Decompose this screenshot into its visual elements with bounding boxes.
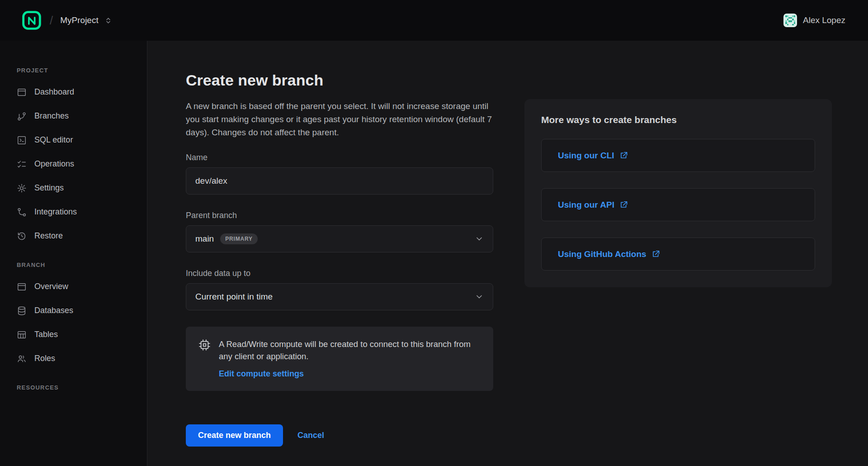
edit-compute-settings-link[interactable]: Edit compute settings xyxy=(219,369,304,379)
compute-info-box: A Read/Write compute will be created to … xyxy=(186,327,493,391)
cpu-icon xyxy=(198,339,211,351)
section-label-project: PROJECT xyxy=(17,67,147,74)
using-api-link: Using our API xyxy=(558,200,614,210)
sidebar-item-branches[interactable]: Branches xyxy=(17,104,147,128)
sidebar-item-dashboard[interactable]: Dashboard xyxy=(17,80,147,104)
user-menu[interactable]: Alex Lopez xyxy=(783,14,845,27)
more-ways-panel: More ways to create branches Using our C… xyxy=(524,99,832,287)
external-link-icon xyxy=(619,200,628,209)
sidebar-item-label: Branches xyxy=(34,111,69,121)
external-link-icon xyxy=(619,151,628,160)
more-ways-title: More ways to create branches xyxy=(541,114,815,125)
sidebar-item-label: Databases xyxy=(34,306,73,315)
primary-badge: PRIMARY xyxy=(220,233,258,244)
sidebar-item-overview[interactable]: Overview xyxy=(17,275,147,299)
create-branch-form: Create new branch A new branch is based … xyxy=(186,71,493,447)
using-api-card[interactable]: Using our API xyxy=(541,188,815,221)
breadcrumb-separator: / xyxy=(50,14,53,28)
external-link-icon xyxy=(651,250,660,258)
section-label-resources: RESOURCES xyxy=(17,384,147,391)
include-data-label: Include data up to xyxy=(186,269,493,278)
users-icon xyxy=(17,354,27,364)
sidebar-item-settings[interactable]: Settings xyxy=(17,176,147,200)
page-title: Create new branch xyxy=(186,71,493,89)
compute-info-content: A Read/Write compute will be created to … xyxy=(219,338,472,379)
user-avatar xyxy=(783,14,797,27)
chevron-down-icon xyxy=(475,234,484,243)
main-content: Create new branch A new branch is based … xyxy=(147,41,868,466)
sidebar-item-integrations[interactable]: Integrations xyxy=(17,200,147,224)
sidebar-item-roles[interactable]: Roles xyxy=(17,347,147,371)
sidebar-section-branch: BRANCH Overview Databases Tables Roles xyxy=(17,262,147,371)
using-cli-card[interactable]: Using our CLI xyxy=(541,139,815,172)
using-github-actions-link: Using GitHub Actions xyxy=(558,249,646,259)
include-data-select[interactable]: Current point in time xyxy=(186,283,493,310)
project-name: MyProject xyxy=(60,15,98,25)
using-cli-link: Using our CLI xyxy=(558,151,614,161)
git-branch-icon xyxy=(17,111,27,121)
sidebar-item-label: Settings xyxy=(34,183,64,193)
form-actions: Create new branch Cancel xyxy=(186,424,493,447)
git-merge-icon xyxy=(17,207,27,217)
sidebar: PROJECT Dashboard Branches SQL editor Op… xyxy=(0,41,147,466)
history-icon xyxy=(17,231,27,241)
sidebar-item-label: Integrations xyxy=(34,207,77,217)
page-description: A new branch is based off the parent you… xyxy=(186,100,493,139)
using-github-actions-card[interactable]: Using GitHub Actions xyxy=(541,238,815,271)
name-field-group: Name xyxy=(186,153,493,195)
sidebar-section-project: PROJECT Dashboard Branches SQL editor Op… xyxy=(17,67,147,248)
sidebar-item-restore[interactable]: Restore xyxy=(17,224,147,248)
name-label: Name xyxy=(186,153,493,162)
sidebar-item-label: Tables xyxy=(34,330,58,339)
section-label-branch: BRANCH xyxy=(17,262,147,268)
include-data-field-group: Include data up to Current point in time xyxy=(186,269,493,310)
chevron-down-icon xyxy=(475,292,484,301)
terminal-square-icon xyxy=(17,135,27,145)
sidebar-item-label: Roles xyxy=(34,354,55,363)
window-icon xyxy=(17,282,27,292)
parent-branch-select[interactable]: main PRIMARY xyxy=(186,225,493,252)
sidebar-item-label: Dashboard xyxy=(34,87,74,97)
database-icon xyxy=(17,306,27,316)
parent-branch-field-group: Parent branch main PRIMARY xyxy=(186,211,493,252)
parent-branch-value: main xyxy=(195,234,214,244)
sidebar-item-sql-editor[interactable]: SQL editor xyxy=(17,128,147,152)
sidebar-item-databases[interactable]: Databases xyxy=(17,299,147,323)
sidebar-item-operations[interactable]: Operations xyxy=(17,152,147,176)
parent-branch-label: Parent branch xyxy=(186,211,493,220)
sidebar-item-tables[interactable]: Tables xyxy=(17,323,147,347)
compute-note: A Read/Write compute will be created to … xyxy=(219,338,472,363)
top-header: / MyProject xyxy=(0,0,868,41)
create-new-branch-button[interactable]: Create new branch xyxy=(186,424,283,447)
sidebar-item-label: Operations xyxy=(34,159,74,169)
list-checks-icon xyxy=(17,159,27,169)
sidebar-item-label: SQL editor xyxy=(34,135,73,145)
neon-logo-icon[interactable] xyxy=(22,10,42,30)
include-data-value: Current point in time xyxy=(195,292,273,302)
cancel-button[interactable]: Cancel xyxy=(297,431,324,440)
sidebar-item-label: Overview xyxy=(34,282,68,291)
branch-name-input[interactable] xyxy=(186,167,493,195)
sidebar-item-label: Restore xyxy=(34,231,63,241)
chevron-updown-icon xyxy=(104,17,112,24)
sidebar-section-resources: RESOURCES xyxy=(17,384,147,391)
user-name: Alex Lopez xyxy=(803,15,845,25)
gear-icon xyxy=(17,183,27,193)
project-selector[interactable]: MyProject xyxy=(60,15,112,25)
table-icon xyxy=(17,330,27,340)
window-icon xyxy=(17,87,27,97)
